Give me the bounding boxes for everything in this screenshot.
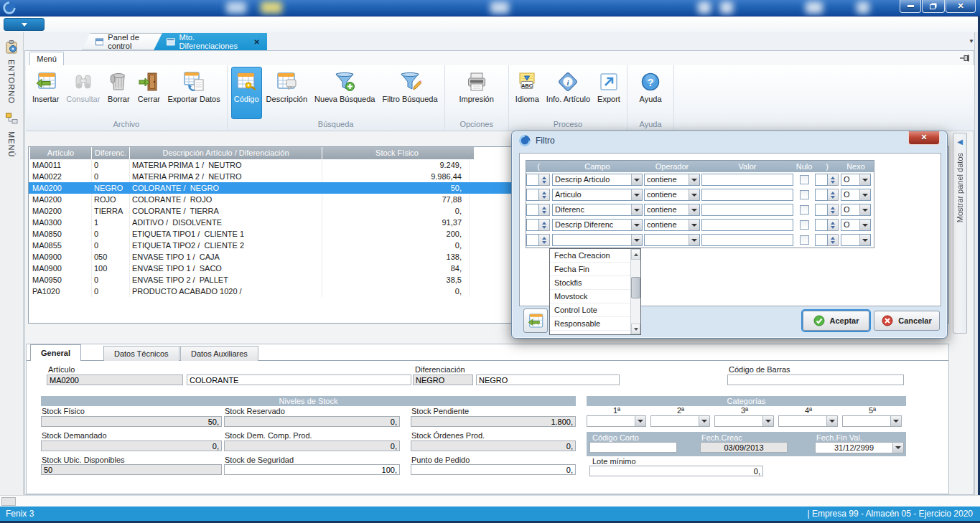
categoria-1-select[interactable]: [587, 415, 646, 427]
spinner-control[interactable]: [539, 189, 550, 201]
stock-demandado-field[interactable]: [41, 440, 222, 451]
spinner-control[interactable]: [828, 204, 839, 216]
codigo-corto-field[interactable]: [589, 442, 677, 453]
dialog-close-button[interactable]: ✕: [908, 131, 940, 145]
close-paren-input[interactable]: [815, 174, 828, 186]
open-paren-input[interactable]: [526, 204, 539, 216]
articulo-code-field[interactable]: [47, 374, 183, 385]
valor-input[interactable]: [701, 219, 793, 231]
campo-select[interactable]: Articulo: [552, 189, 643, 201]
tab-close-icon[interactable]: ✕: [254, 38, 260, 46]
ribbon-button-nueva-busqueda[interactable]: Nueva Búsqueda: [312, 67, 378, 119]
column-header[interactable]: Descripción Artículo / Diferenciación: [130, 147, 322, 159]
spinner-control[interactable]: [828, 174, 839, 186]
minimize-button[interactable]: [900, 0, 921, 13]
campo-select-open[interactable]: [552, 234, 643, 246]
column-header[interactable]: Artículo: [30, 147, 92, 159]
close-paren-input[interactable]: [815, 189, 828, 201]
articulo-desc-field[interactable]: [187, 374, 411, 385]
dropdown-option[interactable]: Fecha Fin: [550, 263, 630, 276]
ribbon-button-impresion[interactable]: Impresión: [449, 67, 505, 119]
spinner-control[interactable]: [828, 234, 839, 246]
codigo-barras-field[interactable]: [727, 374, 904, 385]
pin-icon[interactable]: [959, 53, 969, 63]
nulo-checkbox[interactable]: [800, 175, 809, 184]
categoria-3-select[interactable]: [714, 415, 774, 427]
campo-select[interactable]: Descrip Diferenc: [552, 219, 643, 231]
ribbon-button-ayuda[interactable]: ? Ayuda: [631, 67, 670, 119]
stock-seguridad-field[interactable]: [224, 464, 400, 475]
nexo-select[interactable]: [841, 234, 871, 246]
punto-pedido-field[interactable]: [411, 464, 576, 475]
categoria-2-select[interactable]: [650, 415, 710, 427]
dropdown-scrollbar[interactable]: [630, 249, 640, 334]
nexo-select[interactable]: O: [841, 189, 871, 201]
dropdown-option[interactable]: Stockfis: [550, 276, 630, 290]
column-header[interactable]: Stock Físico: [322, 147, 472, 159]
show-data-panel-strip[interactable]: ◀ Mostrar panel datos: [953, 133, 967, 334]
categoria-4-select[interactable]: [778, 415, 838, 427]
ribbon-button-idioma[interactable]: ABC Idioma: [513, 67, 542, 119]
tab-general[interactable]: General: [30, 344, 81, 361]
nexo-select[interactable]: O: [841, 219, 871, 231]
diferenciacion-desc-field[interactable]: [476, 374, 620, 385]
spinner-control[interactable]: [828, 189, 839, 201]
stock-pendiente-field[interactable]: [411, 416, 576, 427]
ribbon-button-export[interactable]: Export: [594, 67, 623, 119]
scroll-down-icon[interactable]: [631, 324, 640, 334]
scroll-thumb[interactable]: [631, 277, 640, 298]
fech-fin-select[interactable]: 31/12/2999: [815, 442, 904, 453]
ribbon-button-codigo[interactable]: Código: [231, 67, 262, 119]
ribbon-button-descripcion[interactable]: Descripción: [263, 67, 310, 119]
valor-input[interactable]: [701, 204, 793, 216]
diferenciacion-code-field[interactable]: [413, 374, 473, 385]
spinner-control[interactable]: [828, 219, 839, 231]
spinner-control[interactable]: [539, 204, 550, 216]
ribbon-button-exportar-datos[interactable]: Exportar Datos: [164, 67, 223, 119]
nulo-checkbox[interactable]: [800, 190, 809, 199]
operador-select[interactable]: [644, 234, 700, 246]
open-paren-input[interactable]: [526, 234, 539, 246]
dropdown-option[interactable]: Responsable: [550, 317, 630, 331]
close-paren-input[interactable]: [815, 234, 828, 246]
operador-select[interactable]: contiene: [644, 219, 700, 231]
spinner-control[interactable]: [539, 234, 550, 246]
valor-input[interactable]: [701, 234, 793, 246]
sidebar-item-entorno[interactable]: ENTORNO: [0, 32, 23, 104]
nexo-select[interactable]: O: [841, 204, 871, 216]
tab-mto-diferenciaciones[interactable]: Mto. Diferenciaciones ✕: [154, 33, 267, 50]
close-paren-input[interactable]: [815, 219, 828, 231]
fech-creac-field[interactable]: [700, 442, 788, 453]
accept-button[interactable]: Aceptar: [803, 311, 869, 331]
column-header[interactable]: Diferenc.: [92, 147, 130, 159]
ribbon-tab-menu[interactable]: Menú: [29, 52, 64, 65]
ribbon-button-consultar[interactable]: Consultar: [63, 67, 103, 119]
categoria-5-select[interactable]: [842, 415, 902, 427]
quick-access-menu-button[interactable]: [4, 18, 45, 31]
spinner-control[interactable]: [539, 219, 550, 231]
scroll-up-icon[interactable]: [631, 249, 640, 260]
filter-table-button[interactable]: [523, 308, 548, 333]
dropdown-option[interactable]: Fecha Creacion: [550, 249, 630, 263]
operador-select[interactable]: contiene: [644, 174, 700, 186]
nexo-select[interactable]: O: [841, 174, 871, 186]
close-button[interactable]: ✕: [946, 0, 976, 13]
stock-reservado-field[interactable]: [224, 416, 400, 427]
dialog-titlebar[interactable]: Filtro ✕: [512, 131, 947, 150]
tab-datos-tecnicos[interactable]: Datos Técnicos: [103, 346, 179, 361]
spinner-control[interactable]: [539, 174, 550, 186]
open-paren-input[interactable]: [526, 219, 539, 231]
tab-datos-auxiliares[interactable]: Datos Auxiliares: [180, 346, 258, 361]
stock-dem-comp-field[interactable]: [224, 440, 400, 451]
restore-button[interactable]: [922, 0, 945, 13]
close-paren-input[interactable]: [815, 204, 828, 216]
ribbon-button-info-articulo[interactable]: i Info. Artículo: [543, 67, 593, 119]
ribbon-button-cerrar[interactable]: Cerrar: [134, 67, 163, 119]
operador-select[interactable]: contiene: [644, 189, 700, 201]
cancel-button[interactable]: Cancelar: [874, 311, 940, 331]
sidebar-item-menu[interactable]: MENÚ: [0, 104, 23, 157]
dropdown-option[interactable]: Movstock: [550, 290, 630, 303]
campo-select[interactable]: Diferenc: [552, 204, 643, 216]
stock-ubic-field[interactable]: [41, 464, 222, 475]
nulo-checkbox[interactable]: [800, 235, 809, 245]
